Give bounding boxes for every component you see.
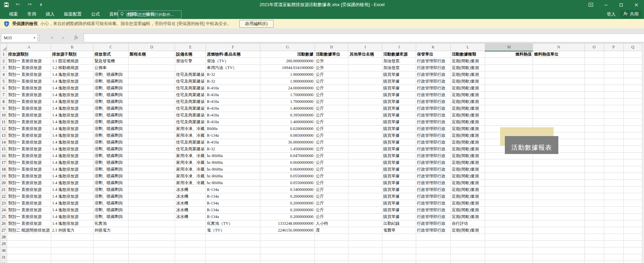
cell-G30[interactable] [260, 247, 315, 254]
cell-J20[interactable]: 購買單據 [382, 180, 416, 187]
cell-P8[interactable] [604, 98, 623, 105]
cell-F23[interactable]: R-134a [206, 200, 260, 207]
cell-I25[interactable] [348, 214, 382, 220]
cell-I14[interactable] [348, 139, 382, 146]
maximize-icon[interactable] [614, 0, 629, 9]
cell-F12[interactable]: R600a [206, 126, 260, 132]
cell-I9[interactable] [348, 105, 382, 112]
cell-D15[interactable] [128, 146, 175, 153]
cell-Q2[interactable] [623, 58, 642, 65]
cell-B26[interactable]: 1.4 逸散排放源 [51, 220, 93, 227]
cell-C32[interactable] [93, 261, 129, 263]
cell-C11[interactable]: 溶劑、噴霧劑與 [93, 119, 129, 126]
cell-I27[interactable] [348, 227, 382, 234]
cell-A17[interactable]: 類別一 直接排放源 [7, 159, 51, 166]
cell-O16[interactable] [584, 153, 604, 159]
cell-D8[interactable] [128, 98, 175, 105]
cell-N5[interactable] [533, 78, 584, 85]
cell-J11[interactable]: 購買單據 [382, 119, 416, 126]
cell-F8[interactable]: R-410a [206, 98, 260, 105]
cell-L16[interactable]: 定期(間歇)量測 [451, 153, 485, 159]
cell-B14[interactable]: 1.4 逸散排放源 [51, 139, 93, 146]
cell-L20[interactable]: 定期(間歇)量測 [451, 180, 485, 187]
cell-J8[interactable]: 購買單據 [382, 98, 416, 105]
cell-N9[interactable] [533, 105, 584, 112]
cell-Q20[interactable] [623, 180, 642, 187]
cell-M8[interactable] [485, 98, 533, 105]
cell-B5[interactable]: 1.4 逸散排放源 [51, 78, 93, 85]
cell-N31[interactable] [533, 254, 584, 261]
cell-O15[interactable] [584, 146, 604, 153]
cell-G1[interactable]: 活動數據 [260, 51, 315, 58]
cell-G18[interactable]: 0.0600000000 [260, 166, 315, 173]
cell-J15[interactable]: 購買單據 [382, 146, 416, 153]
cell-K1[interactable]: 保管單位 [416, 51, 451, 58]
cell-B27[interactable]: 2.1 外購電力 [51, 227, 93, 234]
cell-E6[interactable]: 住宅及商業建築 [175, 85, 206, 92]
cell-I20[interactable] [348, 180, 382, 187]
cell-Q28[interactable] [623, 234, 642, 241]
cell-A7[interactable]: 類別一 直接排放源 [7, 92, 51, 98]
cell-D11[interactable] [128, 119, 175, 126]
cell-K9[interactable]: 行政管理部行政 [416, 105, 451, 112]
cell-F24[interactable]: R-134a [206, 207, 260, 214]
cell-M23[interactable] [485, 200, 533, 207]
cell-G4[interactable]: 1.9000000000 [260, 71, 315, 78]
cell-M19[interactable] [485, 173, 533, 180]
cell-L32[interactable] [451, 261, 485, 263]
cell-A25[interactable]: 類別一 直接排放源 [7, 214, 51, 220]
enter-icon[interactable]: ✓ [59, 34, 68, 42]
cell-I15[interactable] [348, 146, 382, 153]
undo-icon[interactable] [14, 1, 22, 8]
cell-H12[interactable]: 公斤 [315, 126, 348, 132]
row-header-25[interactable]: 25 [0, 214, 7, 220]
cell-F29[interactable] [206, 241, 260, 247]
cell-E15[interactable]: 住宅及商業建築 [175, 146, 206, 153]
cell-K26[interactable]: 行政管理部行政 [416, 220, 451, 227]
row-header-23[interactable]: 23 [0, 200, 7, 207]
cell-C9[interactable]: 溶劑、噴霧劑與 [93, 105, 129, 112]
cell-F22[interactable]: R-134a [206, 193, 260, 200]
cell-E30[interactable] [175, 247, 206, 254]
cell-P20[interactable] [604, 180, 623, 187]
cell-L26[interactable]: 自行評估 [451, 220, 485, 227]
cell-M28[interactable] [485, 234, 533, 241]
cell-D25[interactable] [128, 214, 175, 220]
cell-A19[interactable]: 類別一 直接排放源 [7, 173, 51, 180]
cell-M13[interactable] [485, 132, 533, 139]
cell-B9[interactable]: 1.4 逸散排放源 [51, 105, 93, 112]
cell-A10[interactable]: 類別一 直接排放源 [7, 112, 51, 119]
cell-D14[interactable] [128, 139, 175, 146]
cell-O24[interactable] [584, 207, 604, 214]
cell-B16[interactable]: 1.4 逸散排放源 [51, 153, 93, 159]
cell-I26[interactable] [348, 220, 382, 227]
cell-M14[interactable] [485, 139, 533, 146]
cell-K21[interactable]: 行政管理部行政 [416, 187, 451, 193]
cell-M1[interactable]: 燃料熱值 [485, 51, 533, 58]
cell-K28[interactable] [416, 234, 451, 241]
cell-P16[interactable] [604, 153, 623, 159]
cell-G29[interactable] [260, 241, 315, 247]
cell-C2[interactable]: 緊急發電機 [93, 58, 129, 65]
name-box-dropdown-icon[interactable]: ▼ [32, 34, 38, 42]
cell-L5[interactable]: 定期(間歇)量測 [451, 78, 485, 85]
cell-J29[interactable] [382, 241, 416, 247]
cell-A13[interactable]: 類別一 直接排放源 [7, 132, 51, 139]
cell-C29[interactable] [93, 241, 129, 247]
cell-D21[interactable] [128, 187, 175, 193]
cell-H6[interactable]: 公斤 [315, 85, 348, 92]
cell-A3[interactable]: 類別一 直接排放源 [7, 65, 51, 71]
cell-Q12[interactable] [623, 126, 642, 132]
row-header-17[interactable]: 17 [0, 159, 7, 166]
cell-A24[interactable]: 類別一 直接排放源 [7, 207, 51, 214]
cell-J31[interactable] [382, 254, 416, 261]
cell-L7[interactable]: 定期(間歇)量測 [451, 92, 485, 98]
cell-B8[interactable]: 1.4 逸散排放源 [51, 98, 93, 105]
cell-I10[interactable] [348, 112, 382, 119]
cell-P29[interactable] [604, 241, 623, 247]
cell-C15[interactable]: 溶劑、噴霧劑與 [93, 146, 129, 153]
cell-J4[interactable]: 購買單據 [382, 71, 416, 78]
ribbon-tab-5[interactable]: 公式 [86, 11, 105, 17]
column-header-B[interactable]: B [51, 44, 93, 51]
cell-F2[interactable]: 柴油（TV） [206, 58, 260, 65]
